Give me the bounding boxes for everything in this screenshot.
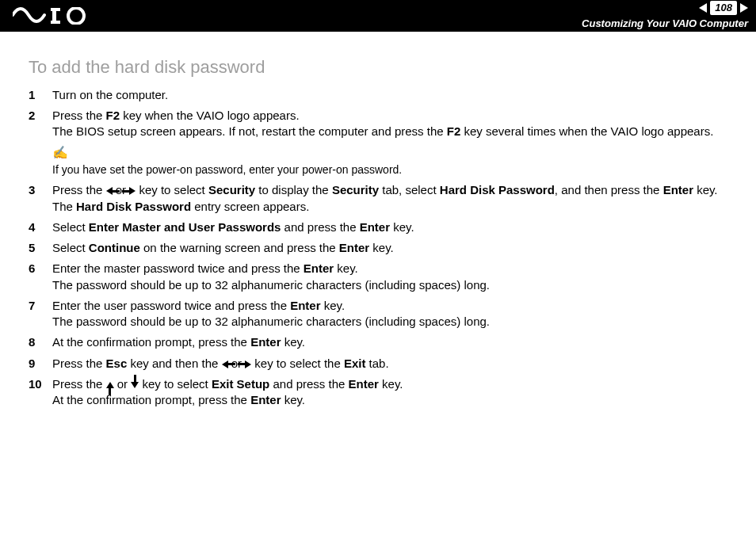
step-number: 10 bbox=[29, 376, 44, 409]
arrow-right-icon bbox=[245, 360, 251, 368]
step-number: 8 bbox=[29, 334, 44, 350]
arrow-left-icon bbox=[222, 360, 228, 368]
note: ✍If you have set the power-on password, … bbox=[52, 144, 735, 177]
step-item: 7Enter the user password twice and press… bbox=[29, 298, 735, 330]
arrow-down-icon bbox=[131, 382, 139, 388]
step-item: 8At the confirmation prompt, press the E… bbox=[29, 334, 735, 350]
next-page-icon[interactable] bbox=[740, 3, 748, 13]
step-number: 2 bbox=[29, 108, 44, 140]
step-body: At the confirmation prompt, press the En… bbox=[52, 334, 735, 350]
step-body: Press the or key to select Exit Setup an… bbox=[52, 376, 735, 409]
vaio-logo bbox=[13, 7, 100, 25]
step-body: Enter the user password twice and press … bbox=[52, 298, 735, 330]
step-body: Press the Esc key and then the or key to… bbox=[52, 356, 735, 372]
step-number: 3 bbox=[29, 182, 44, 215]
step-number: 5 bbox=[29, 240, 44, 256]
step-list: 1Turn on the computer.2Press the F2 key … bbox=[29, 87, 735, 409]
step-body: Select Continue on the warning screen an… bbox=[52, 240, 735, 256]
step-number: 6 bbox=[29, 261, 44, 293]
section-title: Customizing Your VAIO Computer bbox=[582, 17, 748, 31]
header-bar: 108 Customizing Your VAIO Computer bbox=[0, 0, 756, 32]
step-item: 10Press the or key to select Exit Setup … bbox=[29, 376, 735, 409]
note-icon: ✍ bbox=[52, 144, 735, 162]
step-body: Select Enter Master and User Passwords a… bbox=[52, 219, 735, 235]
step-number: 1 bbox=[29, 87, 44, 103]
svg-rect-2 bbox=[51, 21, 60, 24]
step-item: 3Press the or key to select Security to … bbox=[29, 182, 735, 215]
step-item: 2Press the F2 key when the VAIO logo app… bbox=[29, 108, 735, 140]
step-item: 5Select Continue on the warning screen a… bbox=[29, 240, 735, 256]
step-body: Turn on the computer. bbox=[52, 87, 735, 103]
step-number: 4 bbox=[29, 219, 44, 235]
svg-point-3 bbox=[68, 8, 84, 24]
step-body: Press the or key to select Security to d… bbox=[52, 182, 735, 215]
step-item: 6Enter the master password twice and pre… bbox=[29, 261, 735, 293]
page-number: 108 bbox=[710, 1, 737, 15]
step-number: 7 bbox=[29, 298, 44, 330]
note-text: If you have set the power-on password, e… bbox=[52, 163, 402, 176]
page-navigation: 108 Customizing Your VAIO Computer bbox=[582, 1, 748, 30]
step-item: 9Press the Esc key and then the or key t… bbox=[29, 356, 735, 372]
arrow-up-icon bbox=[106, 382, 114, 388]
prev-page-icon[interactable] bbox=[699, 3, 707, 13]
step-number: 9 bbox=[29, 356, 44, 372]
page-heading: To add the hard disk password bbox=[29, 55, 735, 79]
step-body: Press the F2 key when the VAIO logo appe… bbox=[52, 108, 735, 140]
arrow-left-icon bbox=[106, 187, 113, 195]
page-content: To add the hard disk password 1Turn on t… bbox=[0, 32, 756, 408]
step-item: 4Select Enter Master and User Passwords … bbox=[29, 219, 735, 235]
step-body: Enter the master password twice and pres… bbox=[52, 261, 735, 293]
svg-rect-1 bbox=[51, 8, 60, 11]
arrow-right-icon bbox=[129, 187, 136, 195]
step-item: 1Turn on the computer. bbox=[29, 87, 735, 103]
